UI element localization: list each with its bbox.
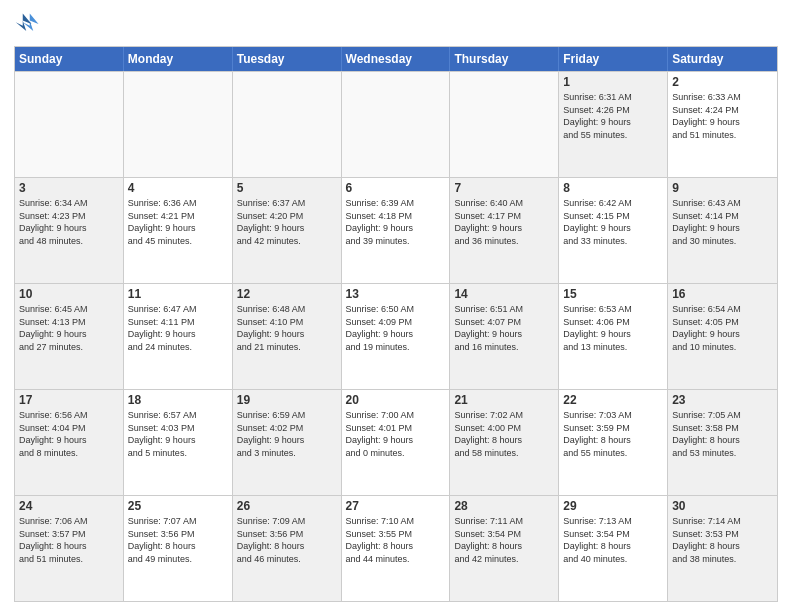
day-number: 12 (237, 287, 337, 301)
calendar-header-cell: Friday (559, 47, 668, 71)
table-row: 9Sunrise: 6:43 AM Sunset: 4:14 PM Daylig… (668, 178, 777, 283)
calendar-header-cell: Wednesday (342, 47, 451, 71)
day-info: Sunrise: 6:59 AM Sunset: 4:02 PM Dayligh… (237, 409, 337, 459)
day-number: 9 (672, 181, 773, 195)
calendar-row: 1Sunrise: 6:31 AM Sunset: 4:26 PM Daylig… (15, 71, 777, 177)
day-number: 24 (19, 499, 119, 513)
table-row: 6Sunrise: 6:39 AM Sunset: 4:18 PM Daylig… (342, 178, 451, 283)
table-row: 30Sunrise: 7:14 AM Sunset: 3:53 PM Dayli… (668, 496, 777, 601)
table-row: 5Sunrise: 6:37 AM Sunset: 4:20 PM Daylig… (233, 178, 342, 283)
day-number: 22 (563, 393, 663, 407)
table-row (233, 72, 342, 177)
day-number: 27 (346, 499, 446, 513)
day-number: 26 (237, 499, 337, 513)
logo-icon (14, 10, 42, 38)
table-row: 3Sunrise: 6:34 AM Sunset: 4:23 PM Daylig… (15, 178, 124, 283)
day-info: Sunrise: 7:09 AM Sunset: 3:56 PM Dayligh… (237, 515, 337, 565)
calendar-header-cell: Thursday (450, 47, 559, 71)
day-info: Sunrise: 6:40 AM Sunset: 4:17 PM Dayligh… (454, 197, 554, 247)
day-info: Sunrise: 6:31 AM Sunset: 4:26 PM Dayligh… (563, 91, 663, 141)
table-row: 17Sunrise: 6:56 AM Sunset: 4:04 PM Dayli… (15, 390, 124, 495)
day-info: Sunrise: 6:50 AM Sunset: 4:09 PM Dayligh… (346, 303, 446, 353)
day-info: Sunrise: 6:36 AM Sunset: 4:21 PM Dayligh… (128, 197, 228, 247)
day-info: Sunrise: 6:39 AM Sunset: 4:18 PM Dayligh… (346, 197, 446, 247)
day-number: 16 (672, 287, 773, 301)
table-row (450, 72, 559, 177)
day-number: 18 (128, 393, 228, 407)
table-row: 29Sunrise: 7:13 AM Sunset: 3:54 PM Dayli… (559, 496, 668, 601)
day-number: 29 (563, 499, 663, 513)
table-row: 8Sunrise: 6:42 AM Sunset: 4:15 PM Daylig… (559, 178, 668, 283)
table-row: 26Sunrise: 7:09 AM Sunset: 3:56 PM Dayli… (233, 496, 342, 601)
calendar-header-cell: Monday (124, 47, 233, 71)
logo (14, 10, 46, 38)
table-row: 15Sunrise: 6:53 AM Sunset: 4:06 PM Dayli… (559, 284, 668, 389)
day-number: 28 (454, 499, 554, 513)
day-number: 30 (672, 499, 773, 513)
table-row (342, 72, 451, 177)
day-info: Sunrise: 7:05 AM Sunset: 3:58 PM Dayligh… (672, 409, 773, 459)
day-info: Sunrise: 6:56 AM Sunset: 4:04 PM Dayligh… (19, 409, 119, 459)
calendar-body: 1Sunrise: 6:31 AM Sunset: 4:26 PM Daylig… (15, 71, 777, 601)
table-row: 18Sunrise: 6:57 AM Sunset: 4:03 PM Dayli… (124, 390, 233, 495)
table-row: 27Sunrise: 7:10 AM Sunset: 3:55 PM Dayli… (342, 496, 451, 601)
day-number: 3 (19, 181, 119, 195)
day-info: Sunrise: 7:10 AM Sunset: 3:55 PM Dayligh… (346, 515, 446, 565)
calendar-header-cell: Saturday (668, 47, 777, 71)
table-row: 24Sunrise: 7:06 AM Sunset: 3:57 PM Dayli… (15, 496, 124, 601)
day-number: 20 (346, 393, 446, 407)
day-info: Sunrise: 6:33 AM Sunset: 4:24 PM Dayligh… (672, 91, 773, 141)
day-number: 5 (237, 181, 337, 195)
header (14, 10, 778, 38)
table-row (15, 72, 124, 177)
svg-marker-1 (16, 14, 32, 32)
day-number: 19 (237, 393, 337, 407)
calendar-header-cell: Tuesday (233, 47, 342, 71)
table-row (124, 72, 233, 177)
calendar-header-cell: Sunday (15, 47, 124, 71)
day-info: Sunrise: 6:57 AM Sunset: 4:03 PM Dayligh… (128, 409, 228, 459)
table-row: 28Sunrise: 7:11 AM Sunset: 3:54 PM Dayli… (450, 496, 559, 601)
day-number: 2 (672, 75, 773, 89)
day-number: 15 (563, 287, 663, 301)
day-number: 23 (672, 393, 773, 407)
day-info: Sunrise: 6:54 AM Sunset: 4:05 PM Dayligh… (672, 303, 773, 353)
day-info: Sunrise: 6:45 AM Sunset: 4:13 PM Dayligh… (19, 303, 119, 353)
day-info: Sunrise: 6:37 AM Sunset: 4:20 PM Dayligh… (237, 197, 337, 247)
calendar-row: 24Sunrise: 7:06 AM Sunset: 3:57 PM Dayli… (15, 495, 777, 601)
table-row: 11Sunrise: 6:47 AM Sunset: 4:11 PM Dayli… (124, 284, 233, 389)
calendar-row: 17Sunrise: 6:56 AM Sunset: 4:04 PM Dayli… (15, 389, 777, 495)
table-row: 23Sunrise: 7:05 AM Sunset: 3:58 PM Dayli… (668, 390, 777, 495)
table-row: 1Sunrise: 6:31 AM Sunset: 4:26 PM Daylig… (559, 72, 668, 177)
day-info: Sunrise: 6:42 AM Sunset: 4:15 PM Dayligh… (563, 197, 663, 247)
day-number: 17 (19, 393, 119, 407)
day-info: Sunrise: 7:03 AM Sunset: 3:59 PM Dayligh… (563, 409, 663, 459)
table-row: 21Sunrise: 7:02 AM Sunset: 4:00 PM Dayli… (450, 390, 559, 495)
day-info: Sunrise: 7:11 AM Sunset: 3:54 PM Dayligh… (454, 515, 554, 565)
day-number: 8 (563, 181, 663, 195)
day-number: 21 (454, 393, 554, 407)
day-number: 7 (454, 181, 554, 195)
page: SundayMondayTuesdayWednesdayThursdayFrid… (0, 0, 792, 612)
day-number: 14 (454, 287, 554, 301)
day-info: Sunrise: 7:06 AM Sunset: 3:57 PM Dayligh… (19, 515, 119, 565)
table-row: 12Sunrise: 6:48 AM Sunset: 4:10 PM Dayli… (233, 284, 342, 389)
day-info: Sunrise: 7:13 AM Sunset: 3:54 PM Dayligh… (563, 515, 663, 565)
table-row: 20Sunrise: 7:00 AM Sunset: 4:01 PM Dayli… (342, 390, 451, 495)
day-number: 10 (19, 287, 119, 301)
table-row: 2Sunrise: 6:33 AM Sunset: 4:24 PM Daylig… (668, 72, 777, 177)
day-info: Sunrise: 6:43 AM Sunset: 4:14 PM Dayligh… (672, 197, 773, 247)
day-number: 11 (128, 287, 228, 301)
table-row: 22Sunrise: 7:03 AM Sunset: 3:59 PM Dayli… (559, 390, 668, 495)
table-row: 25Sunrise: 7:07 AM Sunset: 3:56 PM Dayli… (124, 496, 233, 601)
day-number: 6 (346, 181, 446, 195)
day-info: Sunrise: 7:02 AM Sunset: 4:00 PM Dayligh… (454, 409, 554, 459)
calendar-row: 3Sunrise: 6:34 AM Sunset: 4:23 PM Daylig… (15, 177, 777, 283)
table-row: 13Sunrise: 6:50 AM Sunset: 4:09 PM Dayli… (342, 284, 451, 389)
day-info: Sunrise: 6:51 AM Sunset: 4:07 PM Dayligh… (454, 303, 554, 353)
day-info: Sunrise: 7:07 AM Sunset: 3:56 PM Dayligh… (128, 515, 228, 565)
day-info: Sunrise: 7:00 AM Sunset: 4:01 PM Dayligh… (346, 409, 446, 459)
table-row: 4Sunrise: 6:36 AM Sunset: 4:21 PM Daylig… (124, 178, 233, 283)
day-number: 1 (563, 75, 663, 89)
calendar-row: 10Sunrise: 6:45 AM Sunset: 4:13 PM Dayli… (15, 283, 777, 389)
